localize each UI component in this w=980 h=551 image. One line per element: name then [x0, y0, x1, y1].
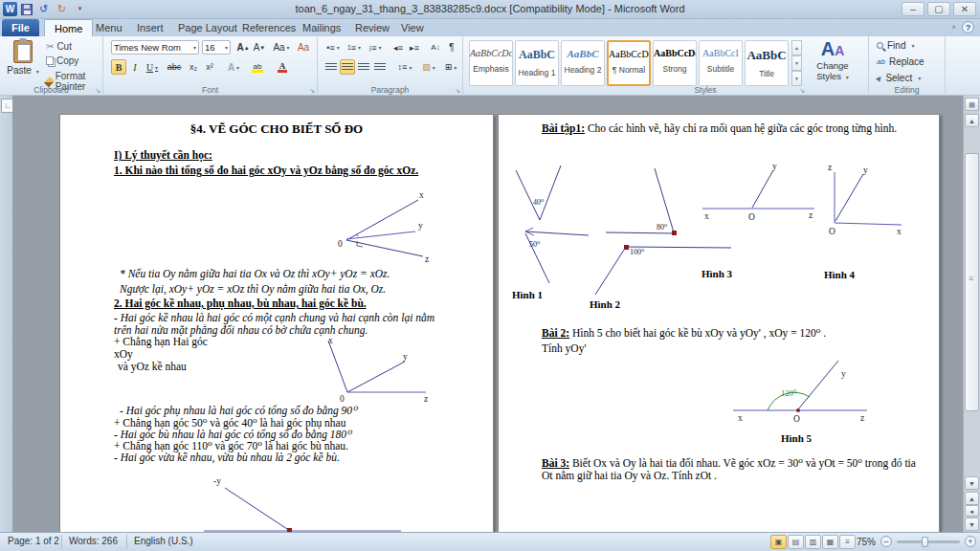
align-center-icon	[342, 63, 353, 72]
group-styles: AaBbCcDcEmphasis AaBbCHeading 1 AaBbCHea…	[463, 36, 869, 96]
select-button[interactable]: ▶ Select▾	[877, 73, 921, 83]
draft-button[interactable]: ≡	[839, 535, 856, 549]
svg-text:y: y	[772, 162, 777, 171]
scrollbar-thumb[interactable]	[965, 153, 979, 411]
maximize-button[interactable]: ▢	[927, 2, 950, 16]
tab-menu[interactable]: Menu	[86, 19, 132, 36]
page-2[interactable]: Bài tập1: Cho các hình vẽ, hãy chỉ ra mố…	[498, 114, 940, 532]
exercise-2-line2: Tính yOy'	[542, 342, 586, 355]
previous-page-button[interactable]: ▲	[965, 492, 979, 505]
numbering-button[interactable]: 1≡▾	[345, 40, 364, 55]
align-center-button[interactable]	[340, 59, 355, 75]
zoom-slider-thumb[interactable]	[922, 537, 928, 547]
highlight-button[interactable]: ab	[246, 59, 269, 75]
decrease-indent-button[interactable]: ◂≡	[390, 40, 406, 55]
style-normal[interactable]: AaBbCcDc¶ Normal	[607, 40, 651, 86]
shrink-font-button[interactable]: A▼	[252, 40, 267, 55]
vertical-ruler[interactable]	[0, 96, 12, 532]
svg-text:-y: -y	[213, 476, 221, 486]
doc-para-3: xOy	[114, 348, 133, 361]
select-browse-object-button[interactable]: ●	[965, 505, 979, 517]
style-title[interactable]: AaBbCTitle	[745, 40, 789, 86]
scroll-up-button[interactable]: ▲	[965, 114, 979, 127]
sort-button[interactable]: A↓	[427, 40, 444, 55]
underline-button[interactable]: U▾	[143, 59, 162, 75]
zoom-slider-track[interactable]	[897, 540, 960, 543]
change-case-button[interactable]: Aa▾	[272, 40, 291, 55]
font-dialog-launcher[interactable]: ↘	[309, 87, 315, 95]
grow-font-button[interactable]: A▲	[235, 40, 251, 55]
tab-view[interactable]: View	[391, 19, 434, 36]
increase-indent-button[interactable]: ▸≡	[407, 40, 422, 55]
styles-scroll-up[interactable]: ▲	[791, 40, 802, 55]
bullets-button[interactable]: •≡▾	[323, 40, 343, 55]
paragraph-dialog-launcher[interactable]: ↘	[455, 87, 460, 95]
tab-file[interactable]: File	[2, 19, 39, 36]
superscript-button[interactable]: x²	[202, 59, 217, 75]
bold-button[interactable]: B	[111, 59, 126, 75]
web-layout-button[interactable]: ▥	[805, 535, 821, 549]
help-icon[interactable]: ?	[962, 21, 974, 33]
paste-button[interactable]: Paste ▾	[5, 39, 41, 91]
scissors-icon: ✂	[46, 41, 54, 52]
view-ruler-toggle-button[interactable]: ▤	[965, 98, 979, 111]
shading-button[interactable]: ▨▾	[418, 59, 439, 75]
exercise-2: Bài 2: Hình 5 cho biết hai góc kề bù xOy…	[542, 327, 917, 340]
subscript-button[interactable]: x₂	[186, 59, 201, 75]
close-button[interactable]: ✕	[953, 2, 976, 16]
zoom-in-button[interactable]: +	[965, 536, 976, 547]
font-family-combo[interactable]: Times New Rom▾	[111, 40, 199, 55]
vertical-scrollbar[interactable]: ▤ ▲ ▼ ▲ ● ▼	[963, 96, 980, 532]
zoom-out-button[interactable]: –	[880, 536, 892, 547]
strikethrough-button[interactable]: abc	[164, 59, 185, 75]
collapse-ribbon-icon[interactable]: ˄	[951, 23, 956, 32]
style-emphasis[interactable]: AaBbCcDcEmphasis	[469, 40, 513, 86]
word-count[interactable]: Words: 266	[69, 536, 118, 546]
clear-formatting-button[interactable]: Aa	[295, 40, 312, 55]
full-screen-reading-button[interactable]: ▤	[788, 535, 804, 549]
style-subtitle[interactable]: AaBbCcISubtitle	[699, 40, 743, 86]
font-color-button[interactable]: A	[272, 59, 293, 75]
font-group-label: Font	[103, 85, 317, 95]
styles-dialog-launcher[interactable]: ↘	[799, 87, 805, 95]
justify-button[interactable]	[372, 59, 388, 75]
print-layout-button[interactable]: ▣	[770, 535, 787, 549]
outline-button[interactable]: ▦	[822, 535, 838, 549]
multilevel-list-button[interactable]: ⁝≡▾	[366, 40, 385, 55]
document-area: §4. VẼ GÓC CHO BIẾT SỐ ĐO I) Lý thuyết c…	[12, 96, 963, 532]
page-indicator[interactable]: Page: 1 of 2	[8, 536, 59, 546]
style-strong[interactable]: AaBbCcDcStrong	[653, 40, 697, 86]
copy-button[interactable]: Copy	[46, 55, 78, 66]
language-indicator[interactable]: English (U.S.)	[134, 536, 193, 546]
align-right-button[interactable]	[356, 59, 371, 75]
svg-text:Hình 1: Hình 1	[512, 289, 543, 300]
styles-gallery-scroll: ▲ ▼ ▼	[791, 40, 802, 86]
style-heading2[interactable]: AaBbCHeading 2	[561, 40, 605, 86]
tab-insert[interactable]: Insert	[127, 19, 173, 36]
italic-button[interactable]: I	[128, 59, 142, 75]
show-marks-button[interactable]: ¶	[445, 40, 458, 55]
line-spacing-button[interactable]: ↕≡▾	[394, 59, 415, 75]
clipboard-dialog-launcher[interactable]: ↘	[95, 87, 100, 95]
align-right-icon	[358, 63, 369, 72]
styles-scroll-down[interactable]: ▼	[791, 55, 802, 71]
page-1[interactable]: §4. VẼ GÓC CHO BIẾT SỐ ĐO I) Lý thuyết c…	[59, 114, 494, 532]
align-left-button[interactable]	[323, 59, 339, 75]
minimize-button[interactable]: –	[902, 2, 924, 16]
next-page-button[interactable]: ▼	[965, 518, 979, 531]
text-effects-button[interactable]: A▾	[224, 59, 243, 75]
font-size-combo[interactable]: 16▾	[202, 40, 231, 55]
change-styles-button[interactable]: AA Change Styles ▾	[808, 38, 858, 81]
doc-item-1: 1. Khi nào thì tổng số đo hai góc xOy và…	[114, 165, 418, 177]
replace-button[interactable]: ab Replace	[877, 56, 924, 67]
svg-text:100⁰: 100⁰	[630, 248, 644, 256]
style-heading1[interactable]: AaBbCHeading 1	[515, 40, 559, 86]
zoom-level[interactable]: 75%	[857, 537, 876, 547]
borders-button[interactable]: ⊞▾	[440, 59, 461, 75]
find-button[interactable]: Find▾	[877, 40, 914, 51]
scroll-down-button[interactable]: ▼	[965, 476, 979, 490]
cut-button[interactable]: ✂ Cut	[46, 41, 72, 52]
svg-text:0: 0	[338, 239, 343, 249]
tab-mailings[interactable]: Mailings	[293, 19, 350, 36]
styles-gallery-more[interactable]: ▼	[791, 71, 802, 86]
